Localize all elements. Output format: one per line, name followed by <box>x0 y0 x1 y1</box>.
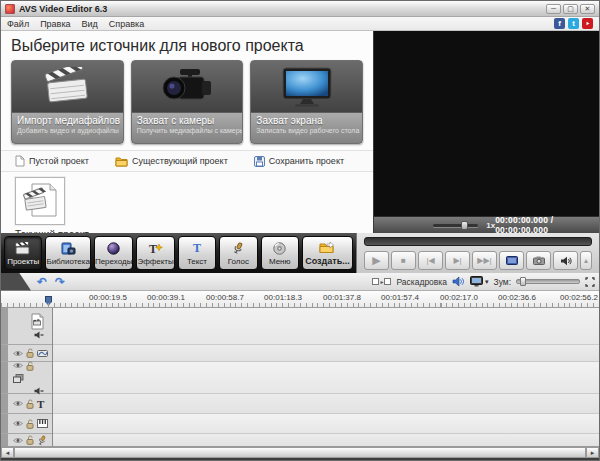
card-title: Импорт медиафайлов <box>17 115 118 126</box>
transitions-sphere-icon <box>107 241 120 256</box>
track-audio-speaker-icon <box>34 387 44 395</box>
ruler-tick: 00:01:57.4 <box>381 293 419 302</box>
tab-projects[interactable]: Проекты <box>4 236 42 270</box>
volume-button[interactable] <box>553 251 578 270</box>
track-lane-overlay[interactable] <box>53 362 599 394</box>
blue-speaker-icon <box>452 276 465 287</box>
ruler-tick: 00:00:19.5 <box>89 293 127 302</box>
track-lane-audio[interactable] <box>53 414 599 434</box>
window-title: AVS Video Editor 6.3 <box>19 4 546 14</box>
track-header-video[interactable] <box>1 308 52 345</box>
preview-controls: 1x 00:00:00.000 / 00:00:00.000 <box>374 216 599 233</box>
effects-icon: T <box>148 241 163 256</box>
scroll-left-button[interactable]: ◂ <box>1 447 14 458</box>
redo-button[interactable]: ↷ <box>55 275 65 289</box>
ruler-tick: 00:01:37.8 <box>323 293 361 302</box>
video-preview[interactable] <box>374 31 599 216</box>
time-ruler[interactable]: 00:00:19.5 00:00:39.1 00:00:58.7 00:01:1… <box>1 291 599 308</box>
youtube-icon[interactable] <box>582 18 593 29</box>
track-header-voice[interactable] <box>1 434 52 446</box>
audio-track-icon <box>37 419 48 428</box>
library-icon <box>61 241 76 256</box>
card-capture-screen[interactable]: Захват экрана Записать видео рабочего ст… <box>250 60 363 144</box>
link-empty-project[interactable]: Пустой проект <box>15 155 89 167</box>
clapperboard-icon <box>41 67 93 107</box>
mute-audio-button[interactable] <box>452 276 465 287</box>
minimize-button[interactable]: ─ <box>546 4 561 14</box>
speed-slider[interactable] <box>433 224 478 227</box>
tab-create[interactable]: Создать... <box>302 236 353 270</box>
undo-button[interactable]: ↶ <box>37 275 47 289</box>
voice-track-mic-icon <box>37 435 47 446</box>
timeline-scrollbar: ◂ ▸ <box>1 446 599 458</box>
tab-effects[interactable]: T Эффекты <box>136 236 174 270</box>
tab-transitions[interactable]: Переходы <box>94 236 134 270</box>
overlay-track-icon <box>13 374 24 384</box>
track-lane-voice[interactable] <box>53 434 599 446</box>
monitor-icon <box>280 66 334 108</box>
menu-item-edit[interactable]: Правка <box>40 19 70 29</box>
seek-bar[interactable] <box>364 237 592 246</box>
next-frame-button[interactable]: ▶| <box>445 251 470 270</box>
monitor-small-icon <box>470 276 483 287</box>
voice-mic-icon <box>232 241 244 256</box>
title-bar: AVS Video Editor 6.3 ─ ▢ ✕ <box>1 1 599 17</box>
lock-open-icon <box>26 361 34 371</box>
track-lane-video-effects[interactable] <box>53 345 599 362</box>
scroll-right-button[interactable]: ▸ <box>586 447 599 458</box>
menu-item-view[interactable]: Вид <box>82 19 98 29</box>
maximize-button[interactable]: ▢ <box>563 4 578 14</box>
close-button[interactable]: ✕ <box>580 4 595 14</box>
timeline-tracks: T <box>1 308 599 446</box>
menu-item-file[interactable]: Файл <box>7 19 29 29</box>
app-window: AVS Video Editor 6.3 ─ ▢ ✕ Файл Правка В… <box>0 0 600 461</box>
card-capture-camera[interactable]: Захват с камеры Получить медиафайлы с ка… <box>131 60 244 144</box>
zoom-label: Зум: <box>494 277 512 287</box>
track-lane-video[interactable] <box>53 308 599 345</box>
track-lane-text[interactable] <box>53 394 599 414</box>
timeline-toolbar: ↶ ↷ ▸ Раскадровка ▾ Зум: <box>1 273 599 291</box>
track-audio-speaker-icon <box>34 331 44 339</box>
expand-icon <box>585 277 595 287</box>
twitter-icon[interactable]: t <box>568 18 579 29</box>
eye-icon <box>13 350 23 357</box>
save-icon <box>254 156 265 167</box>
tab-menu[interactable]: Меню <box>261 236 299 270</box>
fullscreen-button[interactable] <box>499 251 524 270</box>
track-header-video-effects[interactable] <box>1 345 52 362</box>
fit-timeline-button[interactable] <box>585 277 595 287</box>
track-header-audio[interactable] <box>1 414 52 434</box>
next-scene-button[interactable]: ▶▶| <box>472 251 497 270</box>
create-folder-icon <box>319 240 335 255</box>
snapshot-button[interactable] <box>526 251 551 270</box>
scroll-thumb[interactable] <box>14 447 586 458</box>
facebook-icon[interactable]: f <box>554 18 565 29</box>
text-track-icon: T <box>37 399 44 409</box>
menu-disc-icon <box>273 241 286 256</box>
tab-text[interactable]: T Текст <box>178 236 216 270</box>
ruler-tick: 00:02:17.0 <box>440 293 478 302</box>
app-icon <box>5 4 15 14</box>
link-save-project[interactable]: Сохранить проект <box>254 156 344 167</box>
volume-popup-button[interactable]: ▴ <box>580 251 592 270</box>
eye-icon <box>13 420 23 427</box>
projects-clapperboard-icon <box>15 241 31 256</box>
play-button[interactable]: ▶ <box>364 251 389 270</box>
link-existing-project[interactable]: Существующий проект <box>115 156 228 167</box>
folder-icon <box>115 156 128 167</box>
menu-item-help[interactable]: Справка <box>109 19 144 29</box>
speaker-icon <box>560 256 572 266</box>
tab-library[interactable]: Библиотека <box>45 236 91 270</box>
tab-voice[interactable]: Голос <box>219 236 257 270</box>
display-mode-button[interactable]: ▾ <box>470 276 489 287</box>
stop-button[interactable]: ■ <box>391 251 416 270</box>
fullscreen-icon <box>506 256 518 266</box>
track-header-overlay[interactable] <box>1 362 52 394</box>
current-project-thumbnail[interactable] <box>15 177 65 225</box>
storyboard-toggle[interactable]: Раскадровка <box>396 277 447 287</box>
prev-frame-button[interactable]: |◀ <box>418 251 443 270</box>
zoom-slider[interactable] <box>516 279 580 284</box>
card-import-media[interactable]: Импорт медиафайлов Добавить видео и ауди… <box>11 60 124 144</box>
track-header-text[interactable]: T <box>1 394 52 414</box>
ruler-tick: 00:00:58.7 <box>206 293 244 302</box>
